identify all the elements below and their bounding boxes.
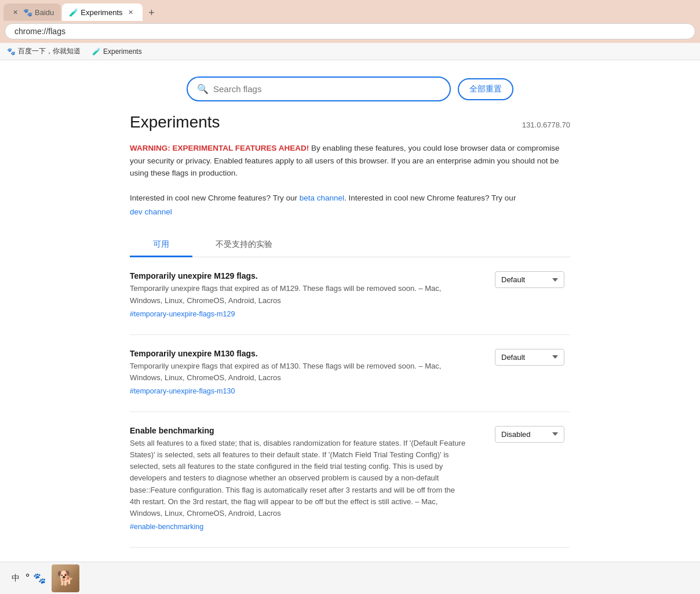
tab-unavailable[interactable]: 不受支持的实验 bbox=[192, 234, 296, 257]
flag-control-benchmarking: Default Enabled Disabled bbox=[495, 426, 570, 443]
search-row: 🔍 全部重置 bbox=[0, 60, 700, 113]
flag-name-benchmarking: Enable benchmarking bbox=[130, 426, 483, 435]
reset-all-button[interactable]: 全部重置 bbox=[458, 78, 513, 100]
flag-name-m130: Temporarily unexpire M130 flags. bbox=[130, 349, 483, 358]
page-title: Experiments bbox=[130, 113, 220, 132]
page-content: 🔍 全部重置 Experiments 131.0.6778.70 WARNING… bbox=[0, 60, 700, 594]
bookmark-icon-baidu: 🐾 bbox=[7, 48, 16, 56]
tab-icon-experiments: 🧪 bbox=[69, 8, 77, 16]
tab-available[interactable]: 可用 bbox=[130, 234, 192, 257]
flag-desc-benchmarking: Sets all features to a fixed state; that… bbox=[130, 438, 466, 519]
bookmark-label-baidu: 百度一下，你就知道 bbox=[18, 46, 81, 56]
version-text: 131.0.6778.70 bbox=[522, 121, 570, 129]
channel-text2: . Interested in cool new Chrome features… bbox=[344, 194, 516, 202]
flag-text-m130: Temporarily unexpire M130 flags. Tempora… bbox=[130, 349, 483, 395]
flag-link-benchmarking[interactable]: #enable-benchmarking bbox=[130, 523, 203, 531]
flag-row-m130: Temporarily unexpire M130 flags. Tempora… bbox=[130, 349, 570, 395]
flag-desc-m129: Temporarily unexpire flags that expired … bbox=[130, 283, 466, 306]
avatar: 🐕 bbox=[52, 564, 79, 592]
bookmark-icon-experiments: 🧪 bbox=[92, 48, 101, 56]
search-box-container: 🔍 bbox=[187, 76, 451, 101]
flag-control-m129: Default Enabled Disabled bbox=[495, 271, 570, 288]
flag-link-m129[interactable]: #temporary-unexpire-flags-m129 bbox=[130, 310, 235, 318]
flag-select-m130[interactable]: Default Enabled Disabled bbox=[495, 349, 564, 366]
main-area: Experiments 131.0.6778.70 WARNING: EXPER… bbox=[118, 113, 582, 594]
bottom-lang: 中 bbox=[12, 573, 20, 584]
flag-name-m129: Temporarily unexpire M129 flags. bbox=[130, 271, 483, 280]
flag-select-m129[interactable]: Default Enabled Disabled bbox=[495, 271, 564, 288]
warning-prefix: WARNING: EXPERIMENTAL FEATURES AHEAD! bbox=[130, 144, 309, 152]
tab-baidu[interactable]: ✕ 🐾 Baidu bbox=[3, 3, 61, 21]
channel-links: Interested in cool new Chrome features? … bbox=[130, 191, 570, 220]
avatar-image: 🐕 bbox=[52, 564, 79, 592]
tab-close-experiments[interactable]: ✕ bbox=[126, 8, 136, 17]
tabs-row: 可用 不受支持的实验 bbox=[130, 233, 570, 257]
tab-label-baidu: Baidu bbox=[35, 8, 54, 17]
bookmark-label-experiments: Experiments bbox=[103, 48, 142, 56]
flag-row-benchmarking: Enable benchmarking Sets all features to… bbox=[130, 426, 570, 531]
bottom-icons: ° 🐾 bbox=[25, 572, 46, 585]
search-input[interactable] bbox=[213, 84, 440, 94]
flag-divider-1 bbox=[130, 334, 570, 335]
tab-experiments[interactable]: 🧪 Experiments ✕ bbox=[62, 3, 142, 21]
flag-divider-2 bbox=[130, 411, 570, 412]
new-tab-button[interactable]: + bbox=[144, 5, 160, 21]
flag-link-m130[interactable]: #temporary-unexpire-flags-m130 bbox=[130, 387, 235, 395]
flag-desc-m130: Temporarily unexpire flags that expired … bbox=[130, 360, 466, 384]
address-bar[interactable] bbox=[5, 23, 695, 39]
flag-item-m130: Temporarily unexpire M130 flags. Tempora… bbox=[130, 349, 570, 395]
warning-box: WARNING: EXPERIMENTAL FEATURES AHEAD! By… bbox=[130, 142, 570, 180]
bookmarks-bar: 🐾 百度一下，你就知道 🧪 Experiments bbox=[0, 43, 700, 60]
channel-text1: Interested in cool new Chrome features? … bbox=[130, 194, 300, 202]
dev-channel-link[interactable]: dev channel bbox=[130, 207, 172, 216]
bookmark-experiments[interactable]: 🧪 Experiments bbox=[90, 46, 144, 57]
flags-list: Temporarily unexpire M129 flags. Tempora… bbox=[130, 271, 570, 594]
flag-select-benchmarking[interactable]: Default Enabled Disabled bbox=[495, 426, 564, 443]
tab-icon-baidu: 🐾 bbox=[23, 8, 31, 16]
tab-label-experiments: Experiments bbox=[81, 8, 122, 17]
bottom-bar: 中 ° 🐾 🐕 bbox=[0, 562, 700, 594]
flag-text-benchmarking: Enable benchmarking Sets all features to… bbox=[130, 426, 483, 531]
tab-close-baidu[interactable]: ✕ bbox=[10, 8, 20, 17]
flag-item-benchmarking: Enable benchmarking Sets all features to… bbox=[130, 426, 570, 531]
page-header: Experiments 131.0.6778.70 bbox=[130, 113, 570, 132]
browser-chrome: ✕ 🐾 Baidu 🧪 Experiments ✕ + 🐾 百度一下，你就知道 … bbox=[0, 0, 700, 60]
bottom-icon-degree: ° bbox=[25, 572, 30, 584]
flag-text-m129: Temporarily unexpire M129 flags. Tempora… bbox=[130, 271, 483, 318]
beta-channel-link[interactable]: beta channel bbox=[300, 194, 344, 202]
flag-control-m130: Default Enabled Disabled bbox=[495, 349, 570, 366]
bottom-icon-paw: 🐾 bbox=[33, 572, 46, 585]
tab-bar: ✕ 🐾 Baidu 🧪 Experiments ✕ + bbox=[0, 0, 700, 21]
search-icon: 🔍 bbox=[197, 83, 209, 94]
flag-item-m129: Temporarily unexpire M129 flags. Tempora… bbox=[130, 271, 570, 318]
bookmark-baidu[interactable]: 🐾 百度一下，你就知道 bbox=[5, 45, 83, 57]
flag-divider-3 bbox=[130, 547, 570, 548]
flag-row-m129: Temporarily unexpire M129 flags. Tempora… bbox=[130, 271, 570, 318]
address-bar-row bbox=[0, 21, 700, 43]
